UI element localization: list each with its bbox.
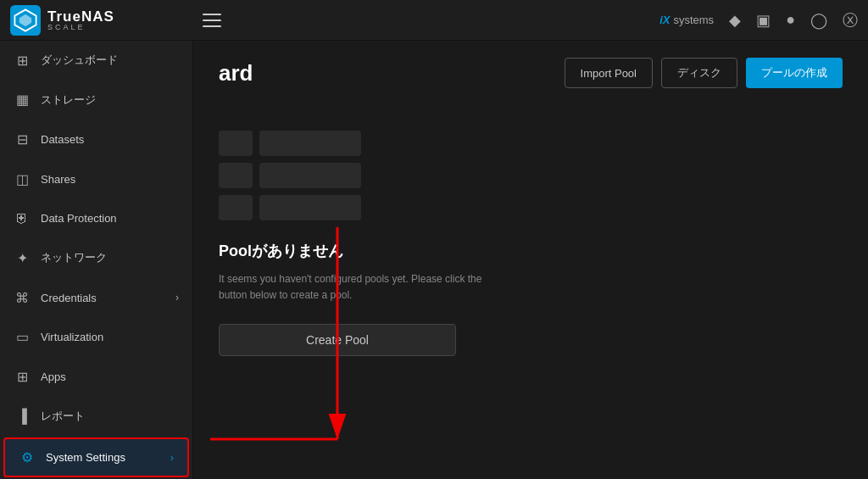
datasets-icon: ⊟ <box>14 131 31 148</box>
skeleton-icon-2 <box>219 163 253 188</box>
truenas-label: TrueNAS <box>47 9 114 24</box>
network-icon: ✦ <box>14 249 31 266</box>
empty-state-description: It seems you haven't configured pools ye… <box>219 271 490 304</box>
sidebar-item-datasets[interactable]: ⊟ Datasets <box>0 120 192 159</box>
sidebar-label-shares: Shares <box>41 173 179 186</box>
topbar: TrueNAS SCALE iX systems ◆ ▣ ● ◯ ⓧ <box>0 0 868 41</box>
sidebar-item-reports[interactable]: ▐ レポート <box>0 397 192 437</box>
credentials-chevron-icon: › <box>175 292 179 304</box>
sidebar-label-network: ネットワーク <box>41 250 179 265</box>
empty-state: Poolがありません It seems you haven't configur… <box>219 131 843 356</box>
skeleton-line-3 <box>259 195 361 220</box>
logo: TrueNAS SCALE <box>10 5 197 36</box>
sidebar-item-virtualization[interactable]: ▭ Virtualization <box>0 317 192 357</box>
ix-logo: iX systems <box>659 14 714 26</box>
bell-icon[interactable]: ● <box>786 11 795 29</box>
power-icon[interactable]: ⓧ <box>843 10 858 31</box>
create-pool-button[interactable]: Create Pool <box>219 324 456 356</box>
skeleton-line-2 <box>259 163 361 188</box>
virtualization-icon: ▭ <box>14 329 31 346</box>
sidebar-item-apps[interactable]: ⊞ Apps <box>0 357 192 397</box>
layout: ⊞ ダッシュボード ▦ ストレージ ⊟ Datasets ◫ Shares ⛨ … <box>0 41 868 479</box>
disk-button[interactable]: ディスク <box>661 58 737 88</box>
empty-state-title: Poolがありません <box>219 241 343 261</box>
logo-text: TrueNAS SCALE <box>47 9 114 31</box>
sidebar-label-credentials: Credentials <box>41 292 165 304</box>
reports-icon: ▐ <box>14 408 31 425</box>
skeleton-icon-1 <box>219 131 253 156</box>
hamburger-line-2 <box>203 19 221 21</box>
sidebar-label-apps: Apps <box>41 370 179 383</box>
system-settings-icon: ⚙ <box>19 449 36 466</box>
sidebar-item-storage[interactable]: ▦ ストレージ <box>0 81 192 120</box>
topbar-right: iX systems ◆ ▣ ● ◯ ⓧ <box>659 10 858 31</box>
create-pool-header-button[interactable]: プールの作成 <box>746 58 843 88</box>
sidebar-label-dashboard: ダッシュボード <box>41 53 179 68</box>
sidebar-item-credentials[interactable]: ⌘ Credentials › <box>0 278 192 318</box>
sidebar-item-shares[interactable]: ◫ Shares <box>0 159 192 199</box>
sidebar-label-reports: レポート <box>41 409 179 424</box>
sidebar-label-storage: ストレージ <box>41 92 179 108</box>
ix-text: iX <box>659 14 670 26</box>
user-icon[interactable]: ◯ <box>810 11 827 30</box>
sidebar-item-system-settings[interactable]: ⚙ System Settings › <box>3 437 189 477</box>
page-title: ard <box>219 60 253 86</box>
sidebar-label-datasets: Datasets <box>41 133 179 146</box>
sidebar-label-system-settings: System Settings <box>46 451 160 464</box>
hamburger-line-3 <box>203 25 221 27</box>
hamburger-button[interactable] <box>197 5 227 36</box>
header-buttons: Import Pool ディスク プールの作成 <box>565 58 843 88</box>
hamburger-line-1 <box>203 14 221 15</box>
sidebar: ⊞ ダッシュボード ▦ ストレージ ⊟ Datasets ◫ Shares ⛨ … <box>0 41 193 479</box>
sidebar-item-dashboard[interactable]: ⊞ ダッシュボード <box>0 41 192 81</box>
credentials-icon: ⌘ <box>14 289 31 306</box>
apps-icon: ⊞ <box>14 368 31 385</box>
main-header: ard Import Pool ディスク プールの作成 <box>219 58 843 88</box>
data-protection-icon: ⛨ <box>14 210 31 227</box>
system-settings-chevron-icon: › <box>170 452 174 464</box>
shield-icon[interactable]: ◆ <box>729 11 741 30</box>
import-pool-button[interactable]: Import Pool <box>565 58 653 88</box>
scale-label: SCALE <box>47 24 114 31</box>
empty-state-icons <box>219 131 361 220</box>
skeleton-line-1 <box>259 131 361 156</box>
document-icon[interactable]: ▣ <box>756 11 771 30</box>
sidebar-item-data-protection[interactable]: ⛨ Data Protection <box>0 199 192 239</box>
truenas-logo-icon <box>10 5 41 36</box>
storage-icon: ▦ <box>14 92 31 109</box>
shares-icon: ◫ <box>14 170 31 187</box>
skeleton-icon-3 <box>219 195 253 220</box>
sidebar-label-virtualization: Virtualization <box>41 331 179 343</box>
sidebar-item-network[interactable]: ✦ ネットワーク <box>0 238 192 278</box>
sidebar-label-data-protection: Data Protection <box>41 212 179 225</box>
main-content: ard Import Pool ディスク プールの作成 Poolがありません I… <box>193 41 868 479</box>
systems-text: systems <box>673 14 714 26</box>
dashboard-icon: ⊞ <box>14 52 31 69</box>
